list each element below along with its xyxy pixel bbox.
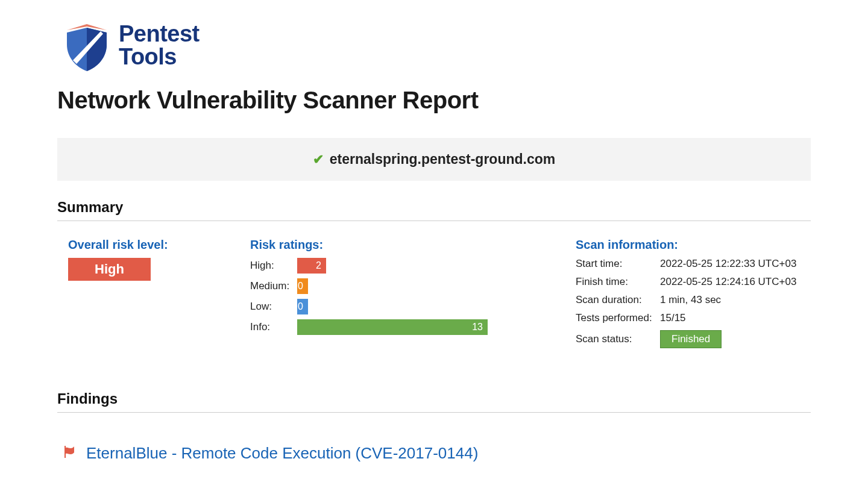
- scan-value: 2022-05-25 12:24:16 UTC+03: [660, 276, 796, 288]
- scan-info-block: Scan information: Start time:2022-05-25 …: [564, 238, 811, 354]
- rating-bar-wrap: 13: [297, 319, 558, 335]
- risk-ratings-label: Risk ratings:: [250, 238, 558, 252]
- overall-risk-block: Overall risk level: High: [57, 238, 244, 354]
- scan-status-key: Scan status:: [576, 333, 660, 345]
- overall-risk-label: Overall risk level:: [68, 238, 244, 252]
- summary-heading: Summary: [57, 199, 811, 221]
- finding-item[interactable]: EternalBlue - Remote Code Execution (CVE…: [57, 430, 811, 463]
- rating-bar: 2: [297, 258, 326, 274]
- rating-label: Info:: [250, 321, 297, 333]
- rating-bar: 13: [297, 319, 488, 335]
- scan-value: 15/15: [660, 312, 686, 324]
- scan-status-row: Scan status:Finished: [576, 330, 811, 348]
- rating-bar-wrap: 0: [297, 299, 558, 314]
- scan-value: 1 min, 43 sec: [660, 294, 721, 306]
- scan-value: 2022-05-25 12:22:33 UTC+03: [660, 258, 796, 270]
- target-hostname: eternalspring.pentest-ground.com: [330, 151, 555, 167]
- brand-line1: Pentest: [119, 22, 200, 45]
- rating-bar: 0: [297, 278, 308, 294]
- brand-logo: Pentest Tools: [63, 18, 811, 72]
- rating-bar-wrap: 0: [297, 278, 558, 294]
- scan-key: Finish time:: [576, 276, 660, 288]
- rating-row-info: Info:13: [250, 319, 558, 335]
- status-badge: Finished: [660, 330, 722, 348]
- overall-risk-badge: High: [68, 258, 151, 281]
- summary-grid: Overall risk level: High Risk ratings: H…: [57, 238, 811, 354]
- risk-ratings-block: Risk ratings: High:2Medium:0Low:0Info:13: [250, 238, 558, 354]
- rating-label: High:: [250, 260, 297, 272]
- shield-icon: [63, 18, 110, 72]
- flag-icon: [62, 445, 77, 463]
- scan-row: Start time:2022-05-25 12:22:33 UTC+03: [576, 258, 811, 270]
- scan-row: Scan duration:1 min, 43 sec: [576, 294, 811, 306]
- findings-heading: Findings: [57, 390, 811, 413]
- brand-text: Pentest Tools: [119, 22, 200, 68]
- rating-bar: 0: [297, 299, 308, 314]
- scan-row: Finish time:2022-05-25 12:24:16 UTC+03: [576, 276, 811, 288]
- scan-key: Start time:: [576, 258, 660, 270]
- brand-line2: Tools: [119, 45, 200, 68]
- scan-key: Tests performed:: [576, 312, 660, 324]
- rating-label: Low:: [250, 301, 297, 313]
- finding-title: EternalBlue - Remote Code Execution (CVE…: [86, 444, 478, 463]
- rating-row-high: High:2: [250, 258, 558, 274]
- page-title: Network Vulnerability Scanner Report: [57, 87, 811, 114]
- rating-row-medium: Medium:0: [250, 278, 558, 294]
- check-icon: ✔: [313, 152, 324, 167]
- rating-label: Medium:: [250, 280, 297, 292]
- scan-info-label: Scan information:: [576, 238, 811, 252]
- rating-bar-wrap: 2: [297, 258, 558, 274]
- target-banner: ✔ eternalspring.pentest-ground.com: [57, 138, 811, 181]
- scan-key: Scan duration:: [576, 294, 660, 306]
- scan-row: Tests performed:15/15: [576, 312, 811, 324]
- rating-row-low: Low:0: [250, 299, 558, 314]
